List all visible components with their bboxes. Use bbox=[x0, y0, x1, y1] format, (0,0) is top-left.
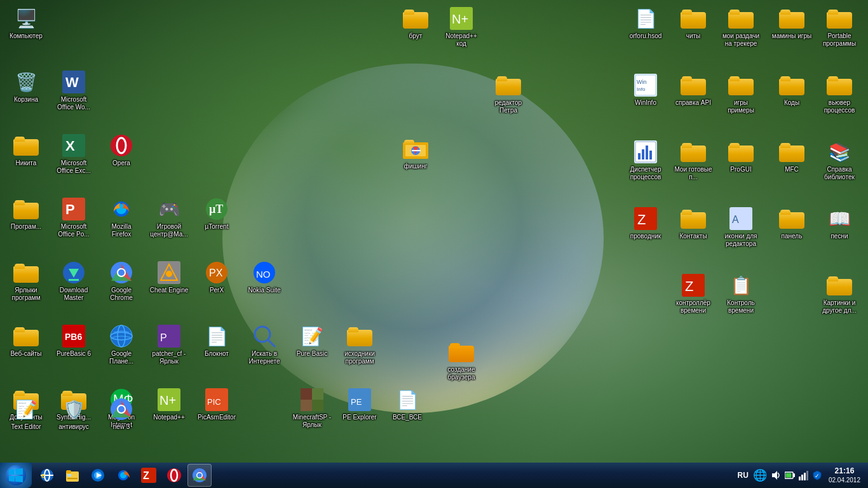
icon-programs[interactable]: Програм... bbox=[3, 194, 49, 233]
taskbar-media-player[interactable] bbox=[86, 464, 110, 487]
icon-time-controller[interactable]: Z контроллёр времени bbox=[670, 270, 716, 317]
icon-powerpoint[interactable]: P Microsoft Office Po... bbox=[51, 194, 97, 241]
icon-ready-p[interactable]: Мои готовые п... bbox=[670, 137, 716, 184]
icon-purebasic-file-label: Pure Basic bbox=[297, 350, 327, 358]
icon-api-help[interactable]: справка API bbox=[670, 70, 716, 109]
icon-notepadpp[interactable]: N+ Notepad++ bbox=[146, 384, 192, 424]
icon-perx[interactable]: PX PerX bbox=[194, 257, 240, 297]
icon-progui[interactable]: ProGUI bbox=[718, 137, 764, 176]
icon-progui-label: ProGUI bbox=[730, 166, 751, 173]
language-indicator[interactable]: RU bbox=[735, 471, 751, 480]
icon-utorrent[interactable]: µT µTorrent bbox=[194, 194, 240, 233]
icon-shortcuts-label: Ярлыки программ bbox=[6, 287, 46, 302]
icon-google-earth[interactable]: Google Плане... bbox=[98, 321, 144, 368]
svg-text:µT: µT bbox=[209, 203, 223, 215]
icon-excel-label: Microsoft Office Exc... bbox=[53, 159, 94, 175]
icon-cheat-engine[interactable]: Cheat Engine bbox=[146, 257, 192, 297]
icon-picasm[interactable]: PIC PicAsmEditor bbox=[194, 384, 240, 424]
antivirus-icon: 🛡️ bbox=[61, 396, 86, 422]
icon-editor-icons[interactable]: A иконки для редактора bbox=[718, 203, 764, 250]
icon-antivirus[interactable]: 🛡️ антивирус bbox=[51, 394, 97, 433]
icon-search-inet[interactable]: Искать в Интернете bbox=[241, 321, 287, 368]
dispatcher-icon bbox=[633, 139, 658, 165]
icon-brut[interactable]: брут bbox=[393, 3, 438, 43]
clock-display[interactable]: 21:16 02.04.2012 bbox=[824, 466, 865, 485]
icon-nokia-label: Nokia Suite bbox=[248, 287, 280, 294]
icon-opera[interactable]: Opera bbox=[98, 130, 144, 170]
icon-purebasic-file[interactable]: 📝 Pure Basic bbox=[289, 321, 335, 360]
svg-text:X: X bbox=[65, 138, 75, 154]
icon-websites[interactable]: Веб-сайты bbox=[3, 321, 49, 360]
icon-nokia[interactable]: NO Nokia Suite bbox=[241, 257, 287, 297]
taskbar-opera[interactable] bbox=[162, 464, 186, 487]
icon-games-examples[interactable]: игры примеры bbox=[718, 70, 764, 117]
icon-utorrent-label: µTorrent bbox=[205, 223, 229, 231]
icon-minecraft[interactable]: MinecraftSP - Ярлык bbox=[289, 384, 335, 431]
svg-text:Win: Win bbox=[637, 79, 647, 85]
taskbar-ie[interactable]: e bbox=[35, 464, 59, 487]
icon-portable[interactable]: Portable программы bbox=[817, 3, 862, 50]
icon-excel[interactable]: X Microsoft Office Exc... bbox=[51, 130, 97, 177]
icon-editor-petra[interactable]: редактор Петра bbox=[485, 70, 531, 117]
icon-sources[interactable]: исходники программ bbox=[337, 321, 383, 368]
icon-vb[interactable]: вьювер процессов bbox=[817, 70, 862, 117]
icon-purebasic6[interactable]: PB6 PureBasic 6 bbox=[51, 321, 97, 360]
ready-p-icon bbox=[681, 139, 706, 165]
icon-chity[interactable]: читы bbox=[670, 3, 716, 43]
icon-pictures[interactable]: Картинки и другое дл... bbox=[817, 270, 862, 317]
icon-patcher[interactable]: P patcher_cf - Ярлык bbox=[146, 321, 192, 368]
icon-codes[interactable]: Коды bbox=[769, 70, 815, 109]
icon-vse-vse[interactable]: 📄 ВСЕ_ВСЕ bbox=[384, 384, 430, 424]
icon-fishing[interactable]: фишинг bbox=[393, 133, 438, 173]
taskbar-zoner[interactable]: Z bbox=[137, 464, 161, 487]
icon-pe-explorer[interactable]: PE PE Explorer bbox=[337, 384, 383, 424]
svg-text:Z: Z bbox=[685, 278, 693, 294]
icon-distributions[interactable]: мои раздачи на трекере bbox=[718, 3, 764, 50]
svg-text:PB6: PB6 bbox=[65, 332, 82, 342]
icon-chrome[interactable]: Google Chrome bbox=[98, 257, 144, 304]
taskbar-firefox[interactable] bbox=[111, 464, 135, 487]
svg-text:N+: N+ bbox=[159, 393, 176, 407]
icon-recycle[interactable]: 🗑️ Корзина bbox=[3, 67, 49, 106]
tray-battery-icon[interactable] bbox=[783, 463, 797, 488]
icon-nikita[interactable]: Никита bbox=[3, 130, 49, 170]
icon-wininfo[interactable]: Win Info WinInfo bbox=[623, 70, 668, 109]
tray-network-icon[interactable]: 🌐 bbox=[751, 463, 769, 488]
icon-text-editor[interactable]: 📝 Text Editor bbox=[3, 394, 49, 433]
icon-lib-help[interactable]: 📚 Справка библиотек bbox=[817, 137, 862, 184]
brut-icon bbox=[403, 6, 428, 31]
icon-orforu[interactable]: 📄 orforu.hsod bbox=[623, 3, 668, 43]
excel-icon: X bbox=[61, 133, 86, 158]
icon-minecraft-label: MinecraftSP - Ярлык bbox=[292, 414, 332, 429]
icon-shortcuts[interactable]: Ярлыки программ bbox=[3, 257, 49, 304]
svg-marker-92 bbox=[772, 471, 777, 480]
taskbar-chrome[interactable] bbox=[187, 464, 212, 487]
icon-songs[interactable]: 📖 песни bbox=[817, 203, 862, 243]
icon-dispatcher[interactable]: Диспетчер процессов bbox=[623, 137, 668, 184]
icon-contacts[interactable]: Контакты bbox=[670, 203, 716, 243]
start-button[interactable] bbox=[0, 463, 32, 488]
svg-text:Z: Z bbox=[143, 470, 149, 481]
taskbar-explorer[interactable] bbox=[60, 464, 85, 487]
svg-text:PX: PX bbox=[209, 268, 223, 278]
icon-word[interactable]: W Microsoft Office Wo... bbox=[51, 67, 97, 114]
icon-computer[interactable]: 🖥️ Компьютер bbox=[3, 3, 49, 43]
icon-time-control[interactable]: 📋 Контроль времени bbox=[718, 270, 764, 317]
icon-notepad[interactable]: 📄 Блокнот bbox=[194, 321, 240, 360]
icon-download-master[interactable]: Download Master bbox=[51, 257, 97, 304]
icon-text-editor[interactable] bbox=[3, 321, 49, 326]
icon-panel[interactable]: панель bbox=[769, 203, 815, 243]
icon-explorer[interactable]: Z проводник bbox=[623, 203, 668, 243]
tray-sound-icon[interactable] bbox=[769, 463, 783, 488]
icon-firefox[interactable]: Mozilla Firefox bbox=[98, 194, 144, 241]
icon-moms-games[interactable]: мамины игры bbox=[769, 3, 815, 43]
tray-security-icon[interactable]: ✓ bbox=[811, 463, 824, 488]
icon-new3[interactable]: new 3 bbox=[98, 394, 144, 433]
icon-create-browser[interactable]: создание браузера bbox=[438, 337, 484, 384]
icon-programs-label: Програм... bbox=[11, 223, 41, 231]
icon-game-center[interactable]: 🎮 Игровой центр@Ма... bbox=[146, 194, 192, 241]
icon-notepadpp-code[interactable]: N+ Notepad++ код bbox=[438, 3, 484, 50]
tray-network2-icon[interactable] bbox=[797, 463, 811, 488]
icon-recycle-label: Корзина bbox=[14, 96, 38, 104]
icon-mfc[interactable]: MFC bbox=[769, 137, 815, 176]
